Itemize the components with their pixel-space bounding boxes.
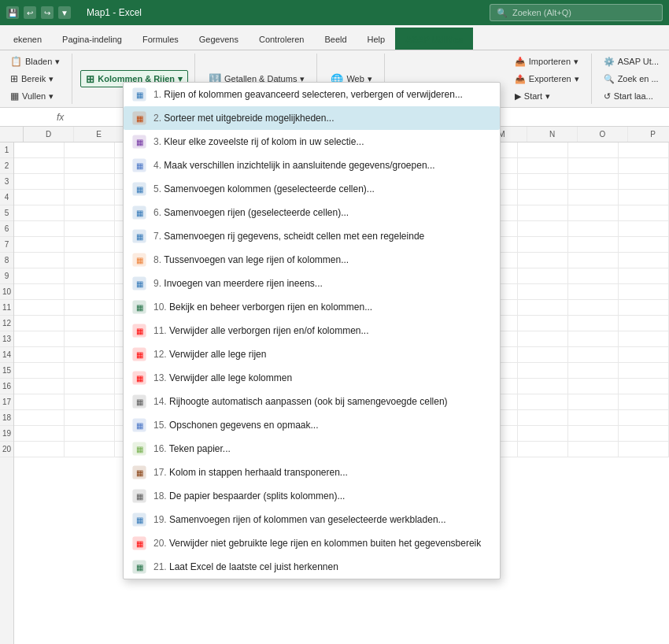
cell-P7[interactable]	[619, 237, 669, 253]
cell-E17[interactable]	[65, 394, 115, 410]
save-icon[interactable]: 💾	[6, 6, 19, 19]
cell-N11[interactable]	[518, 300, 568, 316]
dropdown-item-5[interactable]: ▦ 5. Samenvoegen kolommen (geselecteerde…	[124, 177, 500, 201]
zoek-button[interactable]: 🔍 Zoek en ...	[598, 71, 664, 87]
cell-D11[interactable]	[14, 300, 65, 316]
vullen-button[interactable]: ▦ Vullen ▾	[5, 88, 65, 104]
row-header-2[interactable]: 2	[0, 158, 13, 174]
undo-icon[interactable]: ↩	[24, 6, 36, 19]
cell-D13[interactable]	[14, 331, 65, 347]
tab-controleren[interactable]: Controleren	[249, 28, 314, 50]
cell-D9[interactable]	[14, 268, 65, 284]
cell-O5[interactable]	[568, 205, 619, 221]
cell-O1[interactable]	[568, 142, 619, 158]
cell-P12[interactable]	[619, 316, 669, 331]
cell-E7[interactable]	[65, 237, 115, 253]
cell-D8[interactable]	[14, 253, 65, 268]
cell-O16[interactable]	[568, 379, 619, 394]
cell-O2[interactable]	[568, 158, 619, 174]
cell-D15[interactable]	[14, 363, 65, 379]
cell-P11[interactable]	[619, 300, 669, 316]
bladen-button[interactable]: 📋 Bladen ▾	[5, 54, 65, 69]
row-header-15[interactable]: 15	[0, 363, 13, 379]
cell-N18[interactable]	[518, 410, 568, 426]
cell-E4[interactable]	[65, 190, 115, 205]
row-header-16[interactable]: 16	[0, 379, 13, 394]
col-header-O[interactable]: O	[578, 127, 628, 142]
row-header-13[interactable]: 13	[0, 331, 13, 347]
cell-P14[interactable]	[619, 347, 669, 363]
col-header-E[interactable]: E	[74, 127, 124, 142]
row-header-11[interactable]: 11	[0, 300, 13, 316]
cell-N14[interactable]	[518, 347, 568, 363]
dropdown-item-16[interactable]: ▦ 16. Teken papier...	[124, 437, 500, 461]
cell-O6[interactable]	[568, 221, 619, 237]
cell-D1[interactable]	[14, 142, 65, 158]
cell-D17[interactable]	[14, 394, 65, 410]
cell-D4[interactable]	[14, 190, 65, 205]
dropdown-item-15[interactable]: ▦ 15. Opschonen gegevens en opmaak...	[124, 413, 500, 437]
dropdown-item-14[interactable]: ▦ 14. Rijhoogte automatisch aanpassen (o…	[124, 390, 500, 413]
dropdown-item-7[interactable]: ▦ 7. Samenvoegen rij gegevens, scheidt c…	[124, 224, 500, 248]
cell-P3[interactable]	[619, 174, 669, 190]
row-header-8[interactable]: 8	[0, 253, 13, 268]
cell-O7[interactable]	[568, 237, 619, 253]
cell-E6[interactable]	[65, 221, 115, 237]
cell-N10[interactable]	[518, 284, 568, 300]
cell-O15[interactable]	[568, 363, 619, 379]
cell-P2[interactable]	[619, 158, 669, 174]
cell-P4[interactable]	[619, 190, 669, 205]
cell-E2[interactable]	[65, 158, 115, 174]
cell-N7[interactable]	[518, 237, 568, 253]
row-header-6[interactable]: 6	[0, 221, 13, 237]
cell-E11[interactable]	[65, 300, 115, 316]
cell-N8[interactable]	[518, 253, 568, 268]
dropdown-item-13[interactable]: ▦ 13. Verwijder alle lege kolommen	[124, 366, 500, 390]
cell-O11[interactable]	[568, 300, 619, 316]
tab-ekenen[interactable]: ekenen	[3, 28, 52, 50]
cell-P15[interactable]	[619, 363, 669, 379]
cell-P13[interactable]	[619, 331, 669, 347]
dropdown-item-11[interactable]: ▦ 11. Verwijder alle verborgen rijen en/…	[124, 319, 500, 342]
cell-O17[interactable]	[568, 394, 619, 410]
cell-P9[interactable]	[619, 268, 669, 284]
cell-E13[interactable]	[65, 331, 115, 347]
row-header-10[interactable]: 10	[0, 284, 13, 300]
startlaa-button[interactable]: ↺ Start laa...	[598, 88, 664, 104]
cell-D12[interactable]	[14, 316, 65, 331]
cell-E9[interactable]	[65, 268, 115, 284]
cell-N13[interactable]	[518, 331, 568, 347]
cell-E5[interactable]	[65, 205, 115, 221]
row-header-1[interactable]: 1	[0, 142, 13, 158]
cell-O20[interactable]	[568, 442, 619, 457]
cell-D6[interactable]	[14, 221, 65, 237]
cell-O10[interactable]	[568, 284, 619, 300]
cell-O8[interactable]	[568, 253, 619, 268]
dropdown-item-18[interactable]: ▦ 18. De papier bespaarder (splits kolom…	[124, 484, 500, 508]
cell-E12[interactable]	[65, 316, 115, 331]
asap-button[interactable]: ⚙️ ASAP Ut...	[598, 54, 664, 69]
row-header-19[interactable]: 19	[0, 426, 13, 442]
cell-E1[interactable]	[65, 142, 115, 158]
cell-N9[interactable]	[518, 268, 568, 284]
cell-D3[interactable]	[14, 174, 65, 190]
cell-E10[interactable]	[65, 284, 115, 300]
dropdown-item-4[interactable]: ▦ 4. Maak verschillen inzichtelijk in aa…	[124, 154, 500, 177]
cell-N12[interactable]	[518, 316, 568, 331]
cell-D10[interactable]	[14, 284, 65, 300]
cell-E14[interactable]	[65, 347, 115, 363]
tab-pagina-indeling[interactable]: Pagina-indeling	[52, 28, 132, 50]
dropdown-item-8[interactable]: ▦ 8. Tussenvoegen van lege rijen of kolo…	[124, 248, 500, 272]
cell-P20[interactable]	[619, 442, 669, 457]
cell-N16[interactable]	[518, 379, 568, 394]
tab-asap-utilities[interactable]: ASAP Utilities	[395, 28, 473, 50]
cell-N5[interactable]	[518, 205, 568, 221]
row-header-17[interactable]: 17	[0, 394, 13, 410]
dropdown-item-6[interactable]: ▦ 6. Samenvoegen rijen (geselecteerde ce…	[124, 201, 500, 224]
cell-O12[interactable]	[568, 316, 619, 331]
cell-P5[interactable]	[619, 205, 669, 221]
cell-E16[interactable]	[65, 379, 115, 394]
dropdown-item-9[interactable]: ▦ 9. Invoegen van meerdere rijen ineens.…	[124, 272, 500, 295]
cell-P6[interactable]	[619, 221, 669, 237]
cell-O4[interactable]	[568, 190, 619, 205]
